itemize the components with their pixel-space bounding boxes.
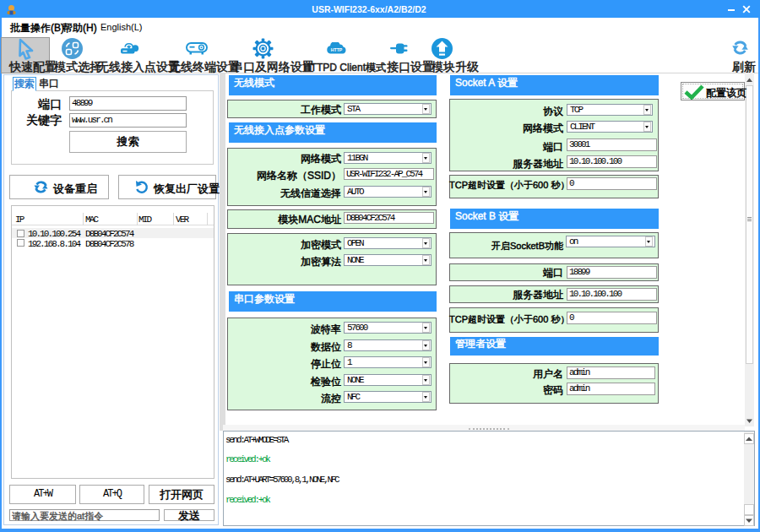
svg-text:HTTP: HTTP [331, 47, 343, 52]
